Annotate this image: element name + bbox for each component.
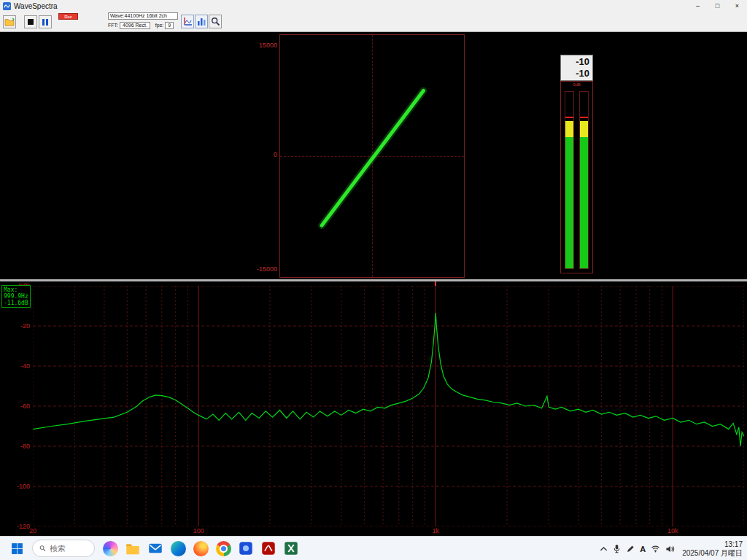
bars-icon [197, 17, 206, 26]
copilot-icon[interactable] [101, 539, 120, 558]
meter-left-db-value: -10 [561, 56, 589, 68]
panel-splitter[interactable] [0, 279, 747, 281]
level-meter: 0dB [560, 81, 593, 273]
open-button[interactable] [3, 15, 16, 28]
volume-icon[interactable] [665, 545, 675, 553]
acrobat-icon[interactable] [259, 539, 278, 558]
spectrum-view-button[interactable] [195, 15, 208, 28]
spectrum-panel: Max: 999.9Hz -11.6dB 0dB -20 -40 -60 -80… [0, 281, 747, 536]
blue-app-icon[interactable] [236, 539, 255, 558]
wavespectra-window: WaveSpectra – □ × Rec Wave:44100Hz 16bit… [0, 0, 747, 560]
firefox-icon[interactable] [191, 539, 210, 558]
rec-indicator: Rec [58, 13, 78, 20]
windows-logo-icon [11, 542, 23, 555]
y-tick-100: -100 [0, 483, 30, 490]
taskbar-apps [101, 539, 301, 558]
meter-right-green-fill [580, 137, 588, 268]
ime-indicator[interactable]: A [640, 545, 646, 553]
fft-settings-row: FFT: 4096 Rect. fps: 9 [108, 21, 174, 29]
app-icon [3, 2, 11, 10]
taskbar: A 13:17 2025/04/07 月曜日 [0, 536, 747, 560]
x-tick-1k: 1k [432, 527, 439, 534]
pause-icon [42, 19, 48, 26]
y-tick-120: -120 [0, 523, 30, 530]
meter-bar-left [565, 91, 574, 269]
meter-bar-right [579, 91, 589, 269]
system-tray: A 13:17 2025/04/07 月曜日 [600, 537, 743, 560]
lissajous-svg [280, 35, 464, 277]
open-folder-icon [4, 18, 15, 26]
x-tick-100hz: 100 [193, 527, 204, 534]
peak-readout-freq: 999.9Hz [4, 293, 28, 300]
meter-left-yellow-fill [565, 121, 573, 137]
y-tick-80: -80 [0, 443, 30, 450]
mail-icon[interactable] [146, 539, 165, 558]
peak-frequency-marker [435, 281, 436, 286]
window-controls: – □ × [688, 0, 747, 12]
meter-right-peak-hold [580, 117, 588, 118]
clock-date: 2025/04/07 月曜日 [682, 549, 743, 558]
taskbar-clock[interactable]: 13:17 2025/04/07 月曜日 [680, 540, 743, 558]
network-icon[interactable] [651, 545, 660, 553]
scope-axis-zero-label: 0 [247, 151, 277, 158]
fps-field[interactable]: 9 [165, 22, 174, 29]
zoom-button[interactable] [209, 15, 222, 28]
peak-readout-label: Max: [4, 287, 28, 293]
lissajous-scope [279, 34, 465, 278]
x-tick-10k: 10k [667, 527, 678, 534]
meter-readout: -10 -10 [560, 55, 593, 81]
peak-readout: Max: 999.9Hz -11.6dB [1, 285, 31, 308]
magnifier-icon [211, 17, 220, 26]
start-button[interactable] [7, 539, 26, 558]
clock-time: 13:17 [682, 540, 743, 549]
y-tick-60: -60 [0, 402, 30, 410]
stop-icon [28, 19, 34, 25]
titlebar: WaveSpectra – □ × [0, 0, 747, 12]
maximize-button[interactable]: □ [708, 0, 727, 12]
taskbar-search[interactable] [32, 540, 95, 557]
folder-icon[interactable] [123, 539, 142, 558]
peak-readout-level: -11.6dB [4, 300, 28, 306]
fps-label: fps: [155, 23, 163, 28]
wave-info-field: Wave:44100Hz 16bit 2ch [108, 12, 178, 20]
edge-icon[interactable] [169, 539, 187, 558]
close-button[interactable]: × [727, 0, 747, 12]
search-input[interactable] [50, 544, 88, 553]
y-tick-40: -40 [0, 362, 30, 370]
chrome-icon[interactable] [214, 539, 233, 558]
spectrum-svg [33, 286, 744, 526]
fft-setting-field[interactable]: 4096 Rect. [120, 22, 150, 29]
scope-axis-min-label: -15000 [247, 265, 277, 273]
y-tick-20: -20 [0, 322, 30, 330]
meter-left-peak-hold [565, 117, 573, 118]
pause-button[interactable] [39, 15, 52, 28]
chevron-up-icon[interactable] [600, 546, 608, 552]
minimize-button[interactable]: – [688, 0, 708, 12]
display-area: 15000 0 -15000 -10 -10 0dB [0, 32, 747, 281]
toolbar: Rec Wave:44100Hz 16bit 2ch FFT: 4096 Rec… [0, 12, 747, 32]
meter-right-yellow-fill [580, 121, 588, 137]
x-tick-20hz: 20 [29, 527, 36, 534]
pen-icon[interactable] [626, 545, 635, 553]
meter-left-green-fill [565, 137, 573, 268]
window-title: WaveSpectra [14, 2, 58, 10]
search-icon [39, 544, 46, 553]
stop-button[interactable] [24, 15, 37, 28]
waveform-view-button[interactable] [181, 15, 194, 28]
mic-icon[interactable] [613, 544, 621, 553]
meter-right-db-value: -10 [561, 68, 589, 79]
fft-label: FFT: [108, 23, 118, 28]
lissajous-trace [322, 90, 423, 225]
scope-axis-max-label: 15000 [247, 42, 277, 49]
axes-icon [183, 17, 193, 26]
meter-scale-label: 0dB [561, 82, 592, 87]
excel-icon[interactable] [282, 539, 301, 558]
